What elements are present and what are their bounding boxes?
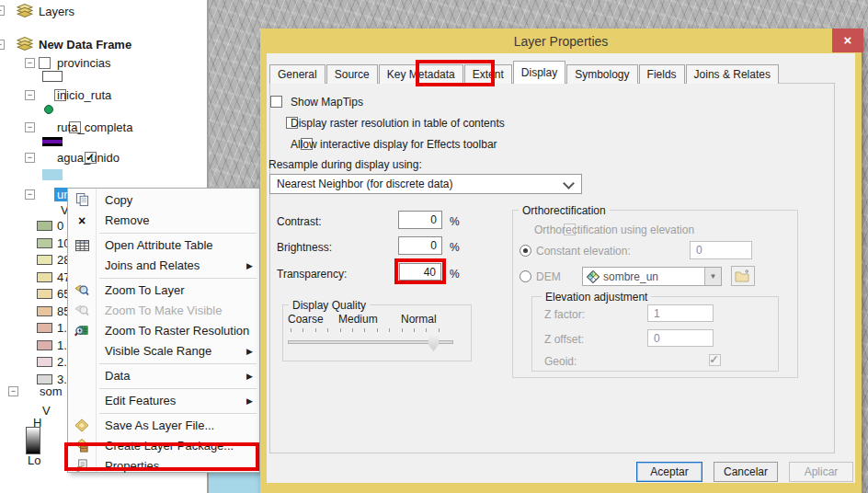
legend-swatch[interactable] (37, 255, 52, 265)
symbol-inicio-ruta[interactable] (44, 105, 53, 114)
accept-button[interactable]: Aceptar (636, 462, 702, 482)
menu-item-joins-and-relates[interactable]: Joins and Relates ▶ (68, 256, 259, 276)
menu-item-zoom-to-raster-resolution[interactable]: Zoom To Raster Resolution (68, 321, 259, 341)
legend-swatch[interactable] (37, 340, 52, 350)
expander-ruta-completa[interactable]: − (25, 122, 35, 132)
layer-file-icon (73, 418, 91, 433)
transparency-percent: % (450, 268, 460, 281)
expander-agua-unido[interactable]: − (25, 153, 35, 163)
transparency-input[interactable]: 40 (399, 263, 441, 281)
elevation-adjustment-title: Elevation adjustment (542, 291, 651, 304)
expander-inicio-ruta[interactable]: − (25, 90, 35, 100)
legend-swatch[interactable] (37, 221, 52, 231)
dialog-title: Layer Properties (260, 34, 862, 49)
menu-item-remove[interactable]: × Remove (68, 211, 259, 231)
legend-swatch[interactable] (37, 357, 52, 367)
legend-label: 2. (57, 355, 67, 369)
show-maptips-checkbox[interactable] (270, 96, 282, 108)
menu-separator (99, 278, 257, 279)
expander-layers[interactable]: − (0, 6, 5, 16)
layers-icon (17, 4, 33, 17)
zoom-to-layer-icon (73, 283, 91, 298)
symbol-agua-unido[interactable] (42, 169, 63, 180)
ortho-elevation-label: Orthorectification using elevation (534, 224, 694, 236)
constant-elevation-input[interactable]: 0 (690, 241, 752, 259)
attribute-table-icon (73, 238, 91, 253)
menu-item-visible-scale-range[interactable]: Visible Scale Range ▶ (68, 341, 259, 361)
symbol-ruta-completa[interactable] (42, 137, 63, 146)
contrast-label: Contrast: (277, 215, 322, 228)
z-offset-input[interactable]: 0 (647, 329, 714, 347)
geoid-checkbox[interactable] (709, 354, 721, 366)
toc-layer-ruta-completa[interactable]: ruta_completa (57, 120, 132, 134)
expander-unido[interactable]: − (25, 189, 35, 200)
expander-new-data-frame[interactable]: − (0, 40, 5, 50)
menu-item-properties[interactable]: Properties... (68, 456, 259, 476)
quality-coarse-label: Coarse (288, 313, 324, 326)
legend-swatch[interactable] (37, 374, 52, 384)
quality-slider-ticks (291, 328, 442, 332)
dialog-tab-strip: General Source Key Metadata Extent Displ… (269, 62, 780, 84)
zoom-to-make-visible-icon (73, 304, 91, 318)
raster-layer-icon (586, 269, 600, 284)
toc-root-layers[interactable]: Layers (39, 5, 74, 18)
z-factor-input[interactable]: 1 (647, 304, 714, 322)
contrast-percent: % (450, 215, 460, 228)
layers-icon (17, 37, 33, 51)
sombre-color-ramp (26, 427, 40, 454)
menu-item-copy[interactable]: Copy (68, 190, 259, 211)
close-button[interactable]: × (832, 29, 863, 52)
cancel-button[interactable]: Cancelar (714, 462, 778, 482)
dropdown-arrow-icon[interactable]: ▼ (704, 268, 721, 285)
expander-provincias[interactable]: − (25, 58, 35, 68)
folder-icon (735, 269, 751, 282)
legend-swatch[interactable] (37, 306, 52, 316)
apply-button: Aplicar (789, 462, 853, 482)
brightness-input[interactable]: 0 (398, 236, 442, 255)
tab-extent[interactable]: Extent (464, 64, 512, 84)
expander-sombre[interactable]: − (8, 386, 18, 396)
menu-separator (99, 413, 257, 414)
toc-data-frame[interactable]: New Data Frame (39, 38, 131, 52)
toc-layer-inicio-ruta[interactable]: inicio_ruta (57, 88, 111, 102)
menu-item-data[interactable]: Data ▶ (68, 366, 259, 386)
tab-joins-relates[interactable]: Joins & Relates (686, 64, 779, 84)
dem-value: sombre_un (603, 270, 658, 283)
menu-item-open-attribute-table[interactable]: Open Attribute Table (68, 235, 259, 256)
legend-label: 0 (57, 219, 63, 233)
checkbox-provincias[interactable] (39, 57, 51, 69)
dem-dropdown[interactable]: sombre_un ▼ (582, 267, 722, 286)
tab-display[interactable]: Display (513, 61, 565, 84)
toc-layer-sombre[interactable]: som (40, 384, 63, 398)
legend-swatch[interactable] (37, 272, 52, 282)
tab-source[interactable]: Source (326, 64, 378, 84)
resample-label: Resample during display using: (268, 158, 422, 171)
tab-fields[interactable]: Fields (639, 64, 685, 84)
remove-icon: × (73, 213, 91, 228)
legend-label: 1. (57, 338, 67, 352)
symbol-provincias[interactable] (42, 71, 63, 82)
legend-swatch[interactable] (37, 238, 52, 248)
menu-item-edit-features[interactable]: Edit Features ▶ (68, 391, 259, 411)
properties-icon (73, 459, 91, 474)
legend-swatch[interactable] (37, 323, 52, 333)
zoom-to-raster-resolution-icon (73, 324, 91, 338)
quality-normal-label: Normal (401, 313, 437, 326)
menu-item-save-as-layer-file[interactable]: Save As Layer File... (68, 416, 259, 436)
menu-separator (99, 233, 257, 234)
dem-radio[interactable] (520, 270, 531, 282)
tab-symbology[interactable]: Symbology (566, 64, 637, 84)
toc-layer-provincias[interactable]: provincias (57, 56, 111, 70)
legend-swatch[interactable] (37, 289, 52, 299)
menu-item-zoom-to-layer[interactable]: Zoom To Layer (68, 281, 259, 301)
layer-package-icon (73, 439, 91, 453)
constant-elevation-radio[interactable] (520, 245, 531, 257)
tab-general[interactable]: General (269, 64, 326, 84)
raster-resolution-label: Display raster resolution in table of co… (291, 117, 505, 130)
dem-browse-button[interactable] (731, 266, 755, 286)
menu-item-create-layer-package[interactable]: Create Layer Package... (68, 436, 259, 456)
contrast-input[interactable]: 0 (398, 211, 442, 229)
toc-layer-agua-unido[interactable]: agua_unido (57, 151, 120, 165)
tab-key-metadata[interactable]: Key Metadata (379, 64, 463, 84)
resample-dropdown[interactable]: Nearest Neighbor (for discrete data) (269, 174, 582, 194)
